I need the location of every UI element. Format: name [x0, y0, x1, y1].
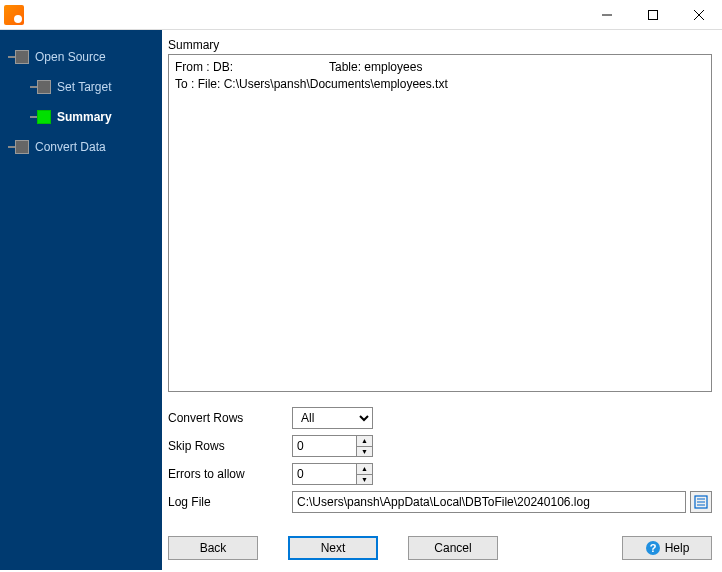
log-file-input[interactable] [292, 491, 686, 513]
errors-allow-input[interactable] [293, 464, 356, 484]
minimize-button[interactable] [584, 0, 630, 30]
step-label: Open Source [35, 50, 106, 64]
content-panel: Summary From : DB: Table: employees To :… [162, 30, 722, 570]
step-label: Convert Data [35, 140, 106, 154]
step-convert-data[interactable]: Convert Data [0, 132, 162, 162]
from-table-text: Table: employees [329, 59, 422, 76]
step-set-target[interactable]: Set Target [0, 72, 162, 102]
svg-rect-1 [649, 10, 658, 19]
from-db-text: From : DB: [175, 59, 329, 76]
convert-rows-label: Convert Rows [168, 411, 292, 425]
step-open-source[interactable]: Open Source [0, 42, 162, 72]
skip-rows-label: Skip Rows [168, 439, 292, 453]
svg-text:?: ? [649, 542, 656, 554]
close-button[interactable] [676, 0, 722, 30]
convert-rows-select[interactable]: All [292, 407, 373, 429]
step-label: Set Target [57, 80, 111, 94]
back-button[interactable]: Back [168, 536, 258, 560]
log-file-label: Log File [168, 495, 292, 509]
maximize-button[interactable] [630, 0, 676, 30]
next-button[interactable]: Next [288, 536, 378, 560]
spin-down-icon[interactable]: ▼ [357, 447, 372, 457]
help-icon: ? [645, 540, 661, 556]
options-panel: Convert Rows All Skip Rows ▲ ▼ Errors to… [168, 404, 712, 516]
help-button[interactable]: ? Help [622, 536, 712, 560]
spin-up-icon[interactable]: ▲ [357, 464, 372, 475]
to-file-text: To : File: C:\Users\pansh\Documents\empl… [175, 76, 705, 93]
step-summary[interactable]: Summary [0, 102, 162, 132]
browse-icon [694, 495, 708, 509]
errors-allow-spinner[interactable]: ▲ ▼ [292, 463, 373, 485]
spin-down-icon[interactable]: ▼ [357, 475, 372, 485]
titlebar [0, 0, 722, 30]
browse-button[interactable] [690, 491, 712, 513]
app-icon [4, 5, 24, 25]
wizard-sidebar: Open Source Set Target Summary Convert D… [0, 30, 162, 570]
summary-textarea[interactable]: From : DB: Table: employees To : File: C… [168, 54, 712, 392]
button-bar: Back Next Cancel ? Help [168, 536, 712, 560]
skip-rows-spinner[interactable]: ▲ ▼ [292, 435, 373, 457]
cancel-button[interactable]: Cancel [408, 536, 498, 560]
spin-up-icon[interactable]: ▲ [357, 436, 372, 447]
errors-allow-label: Errors to allow [168, 467, 292, 481]
summary-heading: Summary [168, 38, 712, 52]
step-label: Summary [57, 110, 112, 124]
skip-rows-input[interactable] [293, 436, 356, 456]
